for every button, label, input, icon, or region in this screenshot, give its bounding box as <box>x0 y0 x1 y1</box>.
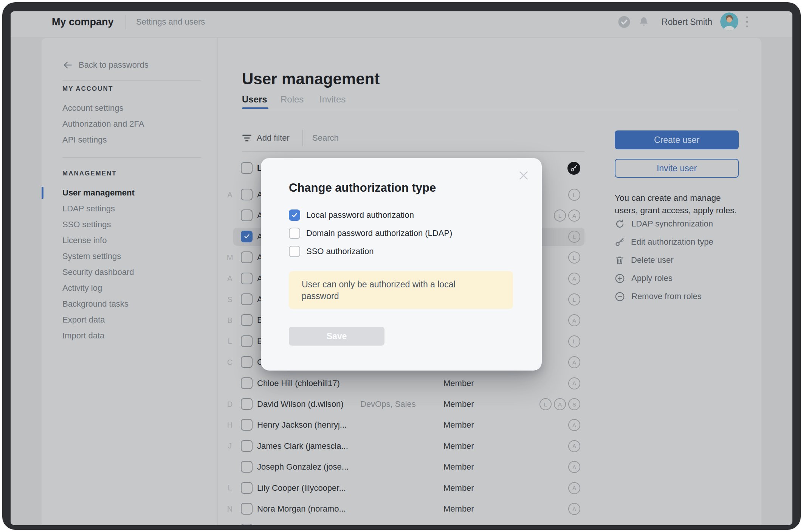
sidebar-item-import-data[interactable]: Import data <box>62 328 201 344</box>
tab-roles[interactable]: Roles <box>281 91 304 108</box>
auth-badge-a: A <box>568 440 580 452</box>
checkbox[interactable] <box>241 482 253 494</box>
modal-option-domain-password-authorization-ldap-[interactable]: Domain password authorization (LDAP) <box>289 224 452 242</box>
user-name-cell: James Clark (jamescla... <box>257 437 348 455</box>
group-letter: C <box>223 353 237 371</box>
checkbox[interactable] <box>241 162 253 174</box>
table-row[interactable]: Joseph Gonzalez (jose...MemberA <box>223 458 584 476</box>
panel-action-label: Edit authorization type <box>631 237 713 247</box>
create-user-button[interactable]: Create user <box>615 130 739 149</box>
checkbox[interactable] <box>241 398 253 410</box>
sidebar-item-ldap-settings[interactable]: LDAP settings <box>62 201 201 217</box>
panel-action-edit-authorization-type[interactable]: Edit authorization type <box>615 233 743 251</box>
user-name[interactable]: Robert Smith <box>662 11 712 33</box>
checkbox[interactable] <box>241 524 253 525</box>
invite-user-button[interactable]: Invite user <box>615 159 739 178</box>
checkbox[interactable] <box>241 356 253 368</box>
sidebar-item-license-info[interactable]: License info <box>62 233 201 248</box>
auth-type-column-key-icon[interactable] <box>567 162 580 175</box>
checkbox[interactable] <box>241 273 253 284</box>
sidebar-item-activity-log[interactable]: Activity log <box>62 280 201 296</box>
auth-badge-a: A <box>568 482 580 494</box>
user-access-level-cell: Member <box>443 479 474 497</box>
auth-type-badges: L <box>568 335 580 347</box>
auth-badge-l: L <box>568 189 580 201</box>
checkbox[interactable] <box>289 246 300 257</box>
table-row[interactable] <box>223 521 584 525</box>
table-row[interactable]: LLily Cooper (lilycooper...MemberA <box>223 479 584 497</box>
auth-type-badges: A <box>568 503 580 515</box>
panel-action-remove-from-roles[interactable]: Remove from roles <box>615 287 743 306</box>
auth-badge-l: L <box>568 335 580 347</box>
panel-action-delete-user[interactable]: Delete user <box>615 251 743 269</box>
user-name-cell: Henry Jackson (henryj... <box>257 416 347 434</box>
auth-badge-a: A <box>568 377 580 389</box>
table-row[interactable]: DDavid Wilson (d.wilson)DevOps, SalesMem… <box>223 395 584 413</box>
auth-badge-s: S <box>568 398 580 410</box>
checkbox[interactable] <box>241 314 253 326</box>
auth-type-badges: L <box>568 231 580 243</box>
checkbox[interactable] <box>289 228 300 239</box>
modal-notice: User can only be authorized with a local… <box>289 271 513 309</box>
table-row[interactable]: JJames Clark (jamescla...MemberA <box>223 437 584 455</box>
checkbox[interactable] <box>241 189 253 200</box>
auth-badge-a: A <box>568 356 580 368</box>
group-letter: M <box>223 248 237 267</box>
auth-badge-l: L <box>554 209 566 222</box>
table-row[interactable]: HHenry Jackson (henryj...MemberA <box>223 416 584 434</box>
close-icon[interactable] <box>517 169 530 182</box>
app-window: My company Settings and users Robert Smi… <box>11 11 792 525</box>
toolbar-bottom-divider <box>242 151 584 152</box>
tab-invites[interactable]: Invites <box>319 91 346 108</box>
panel-action-ldap-synchronization[interactable]: LDAP synchronization <box>615 215 743 233</box>
sidebar-item-security-dashboard[interactable]: Security dashboard <box>62 264 201 280</box>
sidebar-divider <box>62 157 201 158</box>
search-input[interactable] <box>312 129 464 147</box>
sidebar-item-api-settings[interactable]: API settings <box>62 132 201 148</box>
group-letter: A <box>223 270 237 288</box>
checkbox[interactable] <box>241 251 253 263</box>
back-to-passwords-link[interactable]: Back to passwords <box>62 57 201 73</box>
checkbox[interactable] <box>241 419 253 431</box>
avatar[interactable] <box>720 12 738 31</box>
sidebar-item-sso-settings[interactable]: SSO settings <box>62 217 201 233</box>
sidebar-item-system-settings[interactable]: System settings <box>62 248 201 264</box>
status-check-icon[interactable] <box>618 11 631 33</box>
plus-circle-icon <box>615 273 625 284</box>
checkbox[interactable] <box>241 440 253 452</box>
sidebar-item-export-data[interactable]: Export data <box>62 312 201 328</box>
group-letter: S <box>223 290 237 309</box>
save-button[interactable]: Save <box>289 327 384 346</box>
back-to-passwords-label: Back to passwords <box>79 60 149 70</box>
sidebar-item-authorization-and-2fa[interactable]: Authorization and 2FA <box>62 116 201 132</box>
sidebar-item-background-tasks[interactable]: Background tasks <box>62 296 201 312</box>
checkbox[interactable] <box>241 461 253 473</box>
user-name-cell: David Wilson (d.wilson) <box>257 395 344 413</box>
table-row[interactable]: Chloe Hill (chloehill17)MemberA <box>223 374 584 392</box>
checkbox[interactable] <box>241 293 253 305</box>
page-title: User management <box>242 70 380 88</box>
auth-badge-l: L <box>539 398 552 410</box>
panel-action-apply-roles[interactable]: Apply roles <box>615 269 743 287</box>
checkbox-checked[interactable] <box>241 231 253 242</box>
kebab-menu-icon[interactable] <box>746 11 749 33</box>
tabs-divider <box>242 109 739 109</box>
checkbox-checked[interactable] <box>289 209 300 221</box>
bell-icon[interactable] <box>638 11 650 33</box>
modal-option-label: Local password authorization <box>306 210 414 220</box>
sidebar-item-account-settings[interactable]: Account settings <box>62 100 201 116</box>
auth-type-badges: A <box>568 314 580 326</box>
modal-option-sso-authorization[interactable]: SSO authorization <box>289 242 452 261</box>
tab-users[interactable]: Users <box>242 91 267 108</box>
user-access-level-cell: Member <box>443 437 474 455</box>
checkbox[interactable] <box>241 377 253 389</box>
checkbox[interactable] <box>241 209 253 221</box>
checkbox[interactable] <box>241 503 253 515</box>
checkbox[interactable] <box>241 335 253 347</box>
add-filter-button[interactable]: Add filter <box>242 129 290 147</box>
modal-option-local-password-authorization[interactable]: Local password authorization <box>289 206 452 224</box>
auth-badge-a: A <box>568 314 580 326</box>
sidebar-section-title: MANAGEMENT <box>62 165 201 182</box>
table-row[interactable]: NNora Morgan (noramo...MemberA <box>223 500 584 518</box>
sidebar-item-user-management[interactable]: User management <box>62 185 201 201</box>
